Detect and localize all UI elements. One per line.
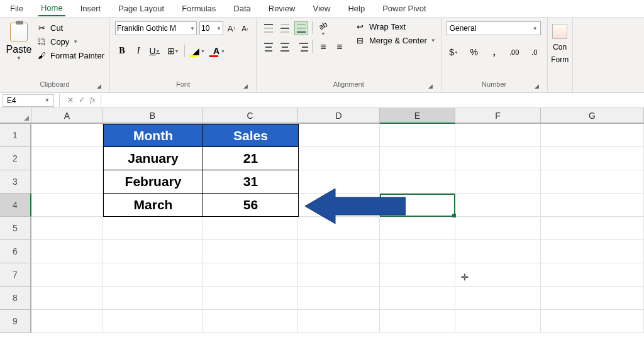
row-header-4[interactable]: 4 <box>0 194 31 217</box>
cell-E7[interactable] <box>380 263 455 287</box>
align-bottom-button[interactable] <box>294 21 308 35</box>
col-header-C[interactable]: C <box>203 108 298 124</box>
fill-handle[interactable] <box>452 214 456 217</box>
tab-power-pivot[interactable]: Power Pivot <box>380 1 428 16</box>
cut-button[interactable]: ✂ Cut <box>36 23 104 33</box>
cell-C8[interactable] <box>203 287 298 310</box>
align-middle-button[interactable] <box>278 21 292 35</box>
align-top-button[interactable] <box>262 21 275 35</box>
cell-A5[interactable] <box>31 217 103 240</box>
arrow-shape[interactable] <box>305 189 406 224</box>
underline-button[interactable]: U▼ <box>148 44 162 58</box>
decrease-font-size-button[interactable]: A↓ <box>240 21 251 35</box>
row-header-7[interactable]: 7 <box>0 263 31 287</box>
tab-file[interactable]: File <box>8 1 26 16</box>
font-name-select[interactable]: Franklin Gothic M▼ <box>115 21 197 35</box>
row-header-5[interactable]: 5 <box>0 217 31 240</box>
cell-D2[interactable] <box>298 147 380 170</box>
table-cell[interactable]: February <box>104 170 203 194</box>
alignment-dialog-launcher[interactable]: ◢ <box>427 82 435 90</box>
fill-color-button[interactable]: ◢ ▼ <box>187 44 205 58</box>
cell-B6[interactable] <box>103 240 203 263</box>
cell-D1[interactable] <box>298 124 380 147</box>
decrease-decimal-button[interactable]: .0 <box>527 45 542 59</box>
cell-A8[interactable] <box>31 287 103 310</box>
col-header-D[interactable]: D <box>298 108 380 124</box>
cell-E2[interactable] <box>380 147 455 170</box>
number-format-select[interactable]: General▼ <box>447 21 541 35</box>
cell-A3[interactable] <box>31 170 103 194</box>
cell-A2[interactable] <box>31 147 103 170</box>
percent-button[interactable]: % <box>467 45 482 59</box>
tab-formulas[interactable]: Formulas <box>179 1 218 16</box>
tab-insert[interactable]: Insert <box>78 1 104 16</box>
cell-D9[interactable] <box>298 310 380 333</box>
cell-E1[interactable] <box>380 124 455 147</box>
wrap-text-button[interactable]: ↩ Wrap Text <box>355 21 436 31</box>
cell-G2[interactable] <box>541 147 644 170</box>
row-header-6[interactable]: 6 <box>0 240 31 263</box>
table-cell[interactable]: 56 <box>203 194 299 217</box>
tab-help[interactable]: Help <box>345 1 367 16</box>
cell-G8[interactable] <box>541 287 644 310</box>
cell-A1[interactable] <box>31 124 103 147</box>
decrease-indent-button[interactable]: ≡ <box>316 40 330 54</box>
select-all-corner[interactable] <box>0 108 31 124</box>
cell-E6[interactable] <box>380 240 455 263</box>
align-left-button[interactable] <box>262 40 275 54</box>
cell-B7[interactable] <box>103 263 203 287</box>
cell-D6[interactable] <box>298 240 380 263</box>
cell-A7[interactable] <box>31 263 103 287</box>
comma-button[interactable]: , <box>487 45 502 59</box>
clipboard-dialog-launcher[interactable]: ◢ <box>96 82 103 90</box>
col-header-G[interactable]: G <box>541 108 644 124</box>
cell-C7[interactable] <box>203 263 298 287</box>
currency-button[interactable]: $▼ <box>447 45 462 59</box>
cell-F8[interactable] <box>455 287 541 310</box>
tab-home[interactable]: Home <box>38 1 65 16</box>
cell-A4[interactable] <box>31 194 103 217</box>
format-painter-button[interactable]: 🖌 Format Painter <box>36 50 104 60</box>
table-cell[interactable]: 31 <box>203 170 299 194</box>
tab-view[interactable]: View <box>310 1 333 16</box>
cell-A6[interactable] <box>31 240 103 263</box>
merge-center-button[interactable]: ⊟ Merge & Center ▼ <box>355 35 436 45</box>
align-right-button[interactable] <box>294 40 308 54</box>
enter-formula-icon[interactable]: ✓ <box>79 96 85 105</box>
font-size-select[interactable]: 10▼ <box>199 21 223 35</box>
cell-D7[interactable] <box>298 263 380 287</box>
row-header-1[interactable]: 1 <box>0 124 31 147</box>
cell-F2[interactable] <box>455 147 541 170</box>
row-header-3[interactable]: 3 <box>0 170 31 194</box>
cell-C5[interactable] <box>203 217 298 240</box>
formula-input[interactable] <box>101 94 644 107</box>
paste-dropdown-icon[interactable]: ▼ <box>16 55 21 61</box>
bold-button[interactable]: B <box>115 44 129 58</box>
copy-button[interactable]: ⿻ Copy ▼ <box>36 36 104 47</box>
font-dialog-launcher[interactable]: ◢ <box>242 82 250 90</box>
table-cell[interactable]: March <box>104 194 203 217</box>
copy-dropdown-icon[interactable]: ▼ <box>73 39 78 45</box>
cell-G3[interactable] <box>541 170 644 194</box>
number-dialog-launcher[interactable]: ◢ <box>533 82 541 90</box>
orientation-button[interactable]: ab▼ <box>316 21 330 35</box>
increase-indent-button[interactable]: ≡ <box>333 40 347 54</box>
cell-G1[interactable] <box>541 124 644 147</box>
cell-F1[interactable] <box>455 124 541 147</box>
cell-G9[interactable] <box>541 310 644 333</box>
cell-D8[interactable] <box>298 287 380 310</box>
font-color-button[interactable]: A ▼ <box>208 44 225 58</box>
cell-A9[interactable] <box>31 310 103 333</box>
align-center-button[interactable] <box>278 40 292 54</box>
col-header-B[interactable]: B <box>103 108 203 124</box>
cell-G5[interactable] <box>541 217 644 240</box>
cell-F3[interactable] <box>455 170 541 194</box>
italic-button[interactable]: I <box>131 44 145 58</box>
cell-E8[interactable] <box>380 287 455 310</box>
fx-icon[interactable]: fx <box>90 96 96 105</box>
worksheet-grid[interactable]: A B C D E F G 1 2 3 4 5 6 7 8 9 Month Sa… <box>0 108 644 333</box>
conditional-formatting-icon[interactable] <box>552 24 567 39</box>
cancel-formula-icon[interactable]: ✕ <box>67 96 74 105</box>
cell-F9[interactable] <box>455 310 541 333</box>
tab-page-layout[interactable]: Page Layout <box>116 1 167 16</box>
